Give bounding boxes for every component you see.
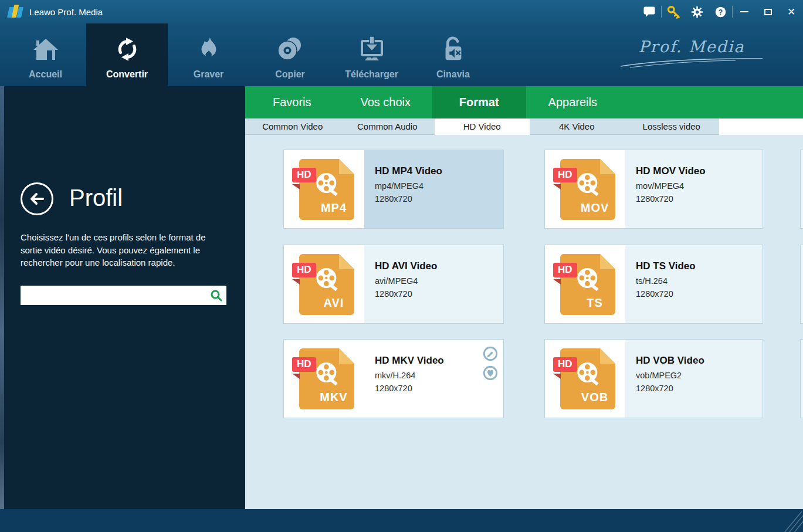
favorite-profile-button[interactable] [482, 365, 499, 381]
favorite-heart-icon [482, 365, 499, 381]
hd-badge-fold [553, 279, 561, 284]
subtab-hd-video[interactable]: HD Video [435, 118, 530, 135]
search-button[interactable] [206, 286, 226, 305]
back-button[interactable] [21, 182, 53, 215]
hd-badge: HD [553, 263, 577, 277]
hd-badge: HD [553, 168, 577, 182]
profile-card-hd-mp4[interactable]: MP4 HD HD MP4 Video mp4/MPEG4 1280x720 [283, 150, 504, 229]
close-icon[interactable]: ✕ [780, 0, 803, 23]
convert-sync-icon [113, 34, 141, 65]
tab-favoris[interactable]: Favoris [245, 86, 339, 118]
hd-badge-fold [292, 374, 300, 379]
profile-name: HD MP4 Video [375, 165, 497, 177]
subtab-lossless-video[interactable]: Lossless video [624, 118, 719, 135]
video-file-icon: MP4 HD [292, 159, 357, 220]
tab-appareils[interactable]: Appareils [526, 86, 620, 118]
profile-resolution: 1280x720 [636, 194, 757, 204]
nav-label: Accueil [29, 69, 62, 80]
clipped-card-edge [800, 245, 803, 324]
film-reel-icon [312, 360, 345, 388]
profile-name: HD AVI Video [375, 260, 497, 272]
tab-label: Format [459, 96, 499, 109]
titlebar: Leawo Prof. Media ? ✕ [0, 0, 803, 23]
profile-card-hd-mov[interactable]: MOV HD HD MOV Video mov/MPEG4 1280x720 [544, 150, 763, 229]
subtab-label: Lossless video [643, 121, 700, 131]
tab-label: Favoris [273, 96, 311, 109]
help-glyph: ? [718, 8, 722, 16]
profile-codec: avi/MPEG4 [375, 276, 497, 286]
nav-item-cinavia[interactable]: Cinavia [412, 23, 494, 86]
film-reel-icon [573, 360, 606, 388]
profile-card-hd-avi[interactable]: AVI HD HD AVI Video avi/MPEG4 1280x720 [283, 245, 504, 324]
main-navbar: Accueil Convertir Graver Copier [0, 23, 803, 86]
file-ext-label: MKV [306, 391, 361, 404]
film-reel-icon [573, 266, 606, 294]
clipped-card-edge [800, 339, 803, 418]
profile-card-hd-ts[interactable]: TS HD HD TS Video ts/H.264 1280x720 [544, 245, 763, 324]
download-icon [358, 34, 386, 65]
subtab-4k-video[interactable]: 4K Video [530, 118, 625, 135]
hd-badge: HD [292, 263, 316, 277]
nav-item-accueil[interactable]: Accueil [5, 23, 86, 86]
brand-underline-swoosh [618, 56, 765, 69]
app-logo-icon [8, 5, 23, 19]
tab-label: Vos choix [360, 96, 411, 109]
profile-codec: mp4/MPEG4 [375, 181, 497, 191]
app-window: Leawo Prof. Media ? ✕ [0, 0, 803, 532]
search-icon [210, 289, 223, 302]
profile-name: HD MOV Video [636, 165, 757, 177]
video-file-icon: AVI HD [292, 254, 357, 315]
edit-icon [482, 345, 499, 362]
settings-gear-icon[interactable] [685, 0, 709, 23]
nav-item-telecharger[interactable]: Télécharger [331, 23, 412, 86]
edit-profile-button[interactable] [482, 345, 499, 362]
nav-item-convertir[interactable]: Convertir [86, 23, 168, 86]
hd-badge-fold [292, 184, 300, 189]
file-ext-label: MP4 [306, 201, 361, 215]
profile-name: HD MKV Video [375, 355, 497, 367]
nav-label: Convertir [106, 69, 148, 80]
profile-resolution: 1280x720 [636, 384, 757, 393]
page-title: Profil [69, 185, 123, 211]
subtab-label: Common Video [262, 121, 323, 131]
brand-text: Prof. Media [615, 38, 768, 56]
hd-badge-fold [553, 184, 561, 189]
file-ext-label: VOB [567, 391, 622, 404]
minimize-icon[interactable] [733, 0, 756, 23]
video-file-icon: VOB HD [553, 348, 618, 409]
window-title: Leawo Prof. Media [29, 7, 103, 17]
hd-badge: HD [553, 357, 577, 372]
format-subtabbar: Common Video Common Audio HD Video 4K Vi… [245, 118, 803, 135]
clipped-card-edge [800, 150, 803, 229]
file-ext-label: AVI [306, 296, 361, 310]
film-reel-icon [312, 171, 345, 199]
maximize-icon[interactable] [756, 0, 780, 23]
subtab-common-video[interactable]: Common Video [245, 118, 340, 135]
nav-item-graver[interactable]: Graver [168, 23, 249, 86]
status-footer [0, 509, 803, 532]
burn-flame-icon [195, 34, 222, 65]
profile-codec: mkv/H.264 [375, 371, 497, 380]
register-key-icon[interactable] [662, 0, 685, 23]
tab-vos-choix[interactable]: Vos choix [339, 86, 433, 118]
nav-item-copier[interactable]: Copier [249, 23, 331, 86]
card-icon-area: AVI HD [284, 245, 364, 323]
profile-search-input[interactable] [21, 286, 206, 305]
card-icon-area: MKV HD [284, 340, 364, 418]
feedback-bubble-icon[interactable] [638, 0, 661, 23]
profile-description: Choisissez l'un de ces profils selon le … [21, 231, 227, 269]
card-icon-area: VOB HD [545, 340, 625, 418]
subtab-label: HD Video [463, 121, 501, 131]
profile-codec: vob/MPEG2 [636, 371, 757, 380]
video-file-icon: MKV HD [292, 348, 357, 409]
nav-label: Télécharger [345, 69, 398, 80]
help-icon[interactable]: ? [709, 0, 732, 23]
profile-card-hd-mkv[interactable]: MKV HD HD MKV Video mkv/H.264 1280x720 [283, 339, 504, 418]
file-ext-label: TS [567, 296, 622, 310]
video-file-icon: MOV HD [553, 159, 618, 220]
tab-format[interactable]: Format [432, 86, 526, 118]
profile-card-hd-vob[interactable]: VOB HD HD VOB Video vob/MPEG2 1280x720 [544, 339, 763, 418]
profile-sidebar: Profil Choisissez l'un de ces profils se… [0, 86, 245, 509]
hd-badge: HD [292, 357, 316, 372]
subtab-common-audio[interactable]: Common Audio [340, 118, 435, 135]
